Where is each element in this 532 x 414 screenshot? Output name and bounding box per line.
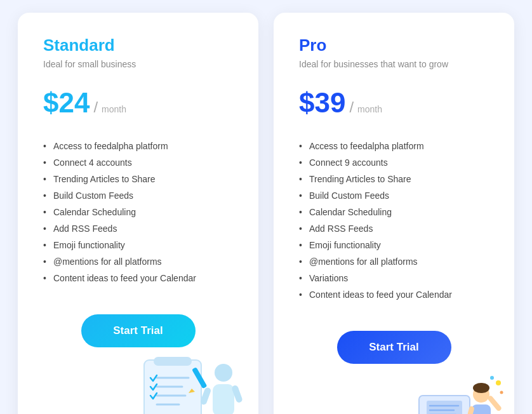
list-item: Content ideas to feed your Calendar bbox=[43, 270, 233, 286]
svg-point-30 bbox=[496, 380, 501, 385]
standard-illustration bbox=[18, 354, 258, 414]
pro-card: Pro Ideal for businesses that want to gr… bbox=[274, 13, 514, 414]
svg-rect-1 bbox=[154, 357, 192, 366]
pro-price-period: month bbox=[357, 104, 382, 114]
pricing-cards-container: Standard Ideal for small business $24 / … bbox=[0, 0, 532, 414]
svg-point-6 bbox=[215, 364, 232, 382]
list-item: @mentions for all platforms bbox=[43, 253, 233, 270]
pro-start-trial-button[interactable]: Start Trial bbox=[337, 331, 451, 364]
standard-price-period: month bbox=[102, 104, 126, 114]
standard-start-trial-button[interactable]: Start Trial bbox=[81, 314, 196, 347]
list-item: Content ideas to feed your Calendar bbox=[299, 286, 489, 303]
pro-price-slash: / bbox=[349, 98, 354, 116]
standard-features-list: Access to feedalpha platform Connect 4 a… bbox=[43, 138, 233, 286]
svg-rect-7 bbox=[213, 384, 234, 414]
standard-plan-tagline: Ideal for small business bbox=[43, 59, 233, 69]
svg-point-32 bbox=[500, 391, 503, 394]
list-item: Access to feedalpha platform bbox=[43, 138, 233, 154]
standard-card: Standard Ideal for small business $24 / … bbox=[18, 13, 258, 414]
standard-price-slash: / bbox=[93, 98, 98, 116]
list-item: Connect 9 accounts bbox=[299, 154, 489, 171]
list-item: Build Custom Feeds bbox=[43, 187, 233, 204]
standard-price-amount: $24 bbox=[43, 87, 90, 119]
list-item: Add RSS Feeds bbox=[43, 220, 233, 237]
svg-rect-18 bbox=[427, 401, 462, 414]
pro-price-row: $39 / month bbox=[299, 87, 489, 119]
list-item: @mentions for all platforms bbox=[299, 253, 489, 270]
pro-features-list: Access to feedalpha platform Connect 9 a… bbox=[299, 138, 489, 303]
list-item: Trending Articles to Share bbox=[299, 171, 489, 187]
pro-illustration bbox=[274, 370, 514, 414]
standard-price-row: $24 / month bbox=[43, 87, 233, 119]
list-item: Emoji functionality bbox=[43, 237, 233, 253]
svg-point-31 bbox=[490, 376, 494, 380]
list-item: Connect 4 accounts bbox=[43, 154, 233, 171]
pro-price-amount: $39 bbox=[299, 87, 345, 119]
svg-point-22 bbox=[473, 383, 489, 393]
pro-plan-name: Pro bbox=[299, 36, 489, 55]
list-item: Calendar Scheduling bbox=[43, 204, 233, 220]
standard-plan-name: Standard bbox=[43, 36, 233, 55]
list-item: Trending Articles to Share bbox=[43, 171, 233, 187]
pro-plan-tagline: Ideal for businesses that want to grow bbox=[299, 59, 489, 69]
list-item: Calendar Scheduling bbox=[299, 204, 489, 220]
list-item: Add RSS Feeds bbox=[299, 220, 489, 237]
list-item: Build Custom Feeds bbox=[299, 187, 489, 204]
svg-rect-23 bbox=[472, 404, 491, 414]
list-item: Access to feedalpha platform bbox=[299, 138, 489, 154]
list-item: Emoji functionality bbox=[299, 237, 489, 253]
list-item: Variations bbox=[299, 270, 489, 286]
